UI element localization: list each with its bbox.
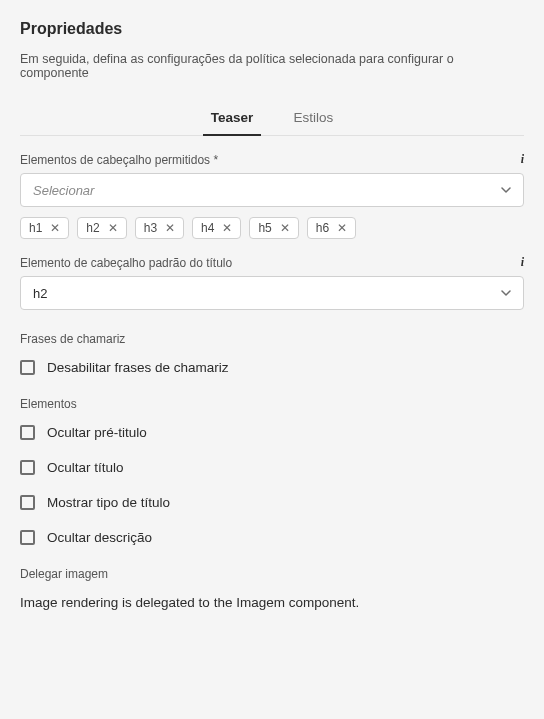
tag-label: h1	[29, 221, 42, 235]
default-header-label: Elemento de cabeçalho padrão do título	[20, 256, 232, 270]
info-icon[interactable]: i	[521, 255, 524, 270]
checkbox-show-title-type[interactable]: Mostrar tipo de título	[20, 495, 524, 510]
allowed-header-select[interactable]: Selecionar	[20, 173, 524, 207]
default-header-select[interactable]: h2	[20, 276, 524, 310]
checkbox-box	[20, 530, 35, 545]
close-icon[interactable]: ✕	[108, 222, 118, 234]
chevron-down-icon	[501, 288, 511, 298]
close-icon[interactable]: ✕	[222, 222, 232, 234]
tag-label: h5	[258, 221, 271, 235]
elements-section-label: Elementos	[20, 397, 524, 411]
delegate-text: Image rendering is delegated to the Imag…	[20, 595, 524, 610]
checkbox-box	[20, 460, 35, 475]
checkbox-hide-title[interactable]: Ocultar título	[20, 460, 524, 475]
tab-teaser[interactable]: Teaser	[207, 102, 258, 135]
checkbox-box	[20, 360, 35, 375]
page-title: Propriedades	[20, 20, 524, 38]
allowed-header-tags: h1 ✕ h2 ✕ h3 ✕ h4 ✕ h5 ✕ h6 ✕	[20, 217, 524, 239]
checkbox-hide-pretitle[interactable]: Ocultar pré-titulo	[20, 425, 524, 440]
close-icon[interactable]: ✕	[50, 222, 60, 234]
checkbox-disable-cta[interactable]: Desabilitar frases de chamariz	[20, 360, 524, 375]
allowed-header-label: Elementos de cabeçalho permitidos *	[20, 153, 218, 167]
checkbox-box	[20, 425, 35, 440]
tab-label: Estilos	[293, 110, 333, 125]
checkbox-label: Mostrar tipo de título	[47, 495, 170, 510]
tag-label: h2	[86, 221, 99, 235]
chevron-down-icon	[501, 185, 511, 195]
select-placeholder: Selecionar	[33, 183, 94, 198]
checkbox-hide-description[interactable]: Ocultar descrição	[20, 530, 524, 545]
tag-label: h6	[316, 221, 329, 235]
close-icon[interactable]: ✕	[337, 222, 347, 234]
tag-h4: h4 ✕	[192, 217, 241, 239]
tag-h2: h2 ✕	[77, 217, 126, 239]
close-icon[interactable]: ✕	[165, 222, 175, 234]
checkbox-label: Ocultar título	[47, 460, 124, 475]
tabs: Teaser Estilos	[20, 102, 524, 136]
checkbox-label: Desabilitar frases de chamariz	[47, 360, 229, 375]
checkbox-label: Ocultar pré-titulo	[47, 425, 147, 440]
properties-panel: Propriedades Em seguida, defina as confi…	[0, 0, 544, 610]
checkbox-label: Ocultar descrição	[47, 530, 152, 545]
tab-estilos[interactable]: Estilos	[289, 102, 337, 135]
tab-label: Teaser	[211, 110, 254, 125]
info-icon[interactable]: i	[521, 152, 524, 167]
allowed-header-label-row: Elementos de cabeçalho permitidos * i	[20, 152, 524, 167]
cta-section-label: Frases de chamariz	[20, 332, 524, 346]
default-header-label-row: Elemento de cabeçalho padrão do título i	[20, 255, 524, 270]
tag-h3: h3 ✕	[135, 217, 184, 239]
tag-label: h3	[144, 221, 157, 235]
page-subtitle: Em seguida, defina as configurações da p…	[20, 52, 524, 80]
checkbox-box	[20, 495, 35, 510]
tag-h5: h5 ✕	[249, 217, 298, 239]
select-value: h2	[33, 286, 47, 301]
tag-label: h4	[201, 221, 214, 235]
delegate-section-label: Delegar imagem	[20, 567, 524, 581]
close-icon[interactable]: ✕	[280, 222, 290, 234]
tag-h1: h1 ✕	[20, 217, 69, 239]
tag-h6: h6 ✕	[307, 217, 356, 239]
